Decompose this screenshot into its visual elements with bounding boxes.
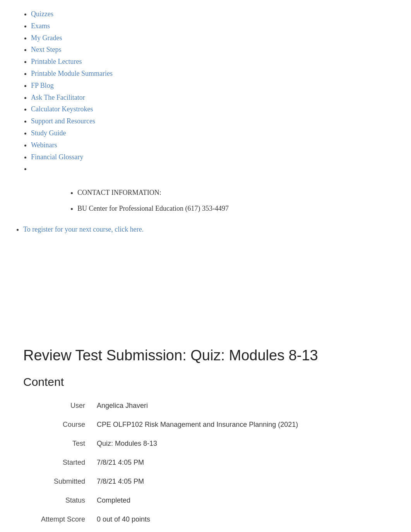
- nav-item: Financial Glossary: [31, 152, 396, 163]
- nav-link[interactable]: Financial Glossary: [31, 153, 83, 161]
- nav-item: Exams: [31, 20, 396, 32]
- nav-item: FP Blog: [31, 80, 396, 91]
- register-item: To register for your next course, click …: [23, 225, 396, 234]
- field-value: Angelica Jhaveri: [93, 396, 388, 415]
- nav-item: Printable Module Summaries: [31, 68, 396, 79]
- table-row: UserAngelica Jhaveri: [23, 396, 388, 415]
- nav-link[interactable]: Calculator Keystrokes: [31, 105, 93, 113]
- table-row: CourseCPE OLFP102 Risk Management and In…: [23, 415, 388, 434]
- main-content: Review Test Submission: Quiz: Modules 8-…: [0, 339, 411, 532]
- register-list: To register for your next course, click …: [15, 225, 396, 234]
- contact-header-item: CONTACT INFORMATION:: [77, 187, 396, 199]
- section-title: Content: [23, 375, 388, 389]
- nav-list: QuizzesExamsMy GradesNext StepsPrintable…: [23, 9, 396, 174]
- field-value: 7/8/21 4:05 PM: [93, 472, 388, 491]
- nav-link[interactable]: Study Guide: [31, 129, 66, 137]
- contact-list: CONTACT INFORMATION: BU Center for Profe…: [70, 187, 396, 214]
- field-label: Status: [23, 491, 93, 510]
- table-row: Submitted7/8/21 4:05 PM: [23, 472, 388, 491]
- nav-link[interactable]: Support and Resources: [31, 117, 95, 125]
- contact-info-text: BU Center for Professional Education (61…: [77, 205, 229, 212]
- table-row: Attempt Score0 out of 40 points: [23, 510, 388, 529]
- field-value: CPE OLFP102 Risk Management and Insuranc…: [93, 415, 388, 434]
- nav-link[interactable]: Next Steps: [31, 46, 62, 53]
- nav-item: Calculator Keystrokes: [31, 104, 396, 115]
- nav-item: Webinars: [31, 140, 396, 151]
- field-label: Attempt Score: [23, 510, 93, 529]
- top-navigation: QuizzesExamsMy GradesNext StepsPrintable…: [0, 0, 411, 179]
- nav-link[interactable]: Quizzes: [31, 10, 53, 18]
- nav-item: Study Guide: [31, 128, 396, 139]
- field-label: Test: [23, 434, 93, 453]
- register-link[interactable]: To register for your next course, click …: [23, 225, 144, 233]
- nav-item: Ask The Facilitator: [31, 92, 396, 103]
- nav-item: Quizzes: [31, 9, 396, 20]
- nav-link[interactable]: Ask The Facilitator: [31, 94, 85, 101]
- nav-link[interactable]: FP Blog: [31, 82, 54, 89]
- nav-link[interactable]: Exams: [31, 22, 50, 30]
- nav-item: My Grades: [31, 32, 396, 44]
- content-table: UserAngelica JhaveriCourseCPE OLFP102 Ri…: [23, 396, 388, 529]
- nav-item-empty: [31, 163, 396, 174]
- field-value: Quiz: Modules 8-13: [93, 434, 388, 453]
- table-row: Started7/8/21 4:05 PM: [23, 453, 388, 472]
- table-row: TestQuiz: Modules 8-13: [23, 434, 388, 453]
- contact-header-text: CONTACT INFORMATION:: [77, 189, 161, 196]
- nav-link[interactable]: Printable Module Summaries: [31, 70, 113, 77]
- register-section: To register for your next course, click …: [0, 222, 411, 243]
- nav-item: Printable Lectures: [31, 56, 396, 67]
- field-label: User: [23, 396, 93, 415]
- field-value: 7/8/21 4:05 PM: [93, 453, 388, 472]
- table-row: StatusCompleted: [23, 491, 388, 510]
- field-label: Started: [23, 453, 93, 472]
- nav-item: Support and Resources: [31, 116, 396, 127]
- field-label: Course: [23, 415, 93, 434]
- nav-item: Next Steps: [31, 44, 396, 55]
- nav-link[interactable]: My Grades: [31, 34, 62, 42]
- divider-area: [0, 243, 411, 339]
- field-label: Submitted: [23, 472, 93, 491]
- page-title: Review Test Submission: Quiz: Modules 8-…: [23, 347, 388, 364]
- field-value: Completed: [93, 491, 388, 510]
- field-value: 0 out of 40 points: [93, 510, 388, 529]
- contact-info-item: BU Center for Professional Education (61…: [77, 203, 396, 215]
- nav-link[interactable]: Webinars: [31, 141, 57, 149]
- contact-section: CONTACT INFORMATION: BU Center for Profe…: [0, 179, 411, 222]
- nav-link[interactable]: Printable Lectures: [31, 58, 82, 65]
